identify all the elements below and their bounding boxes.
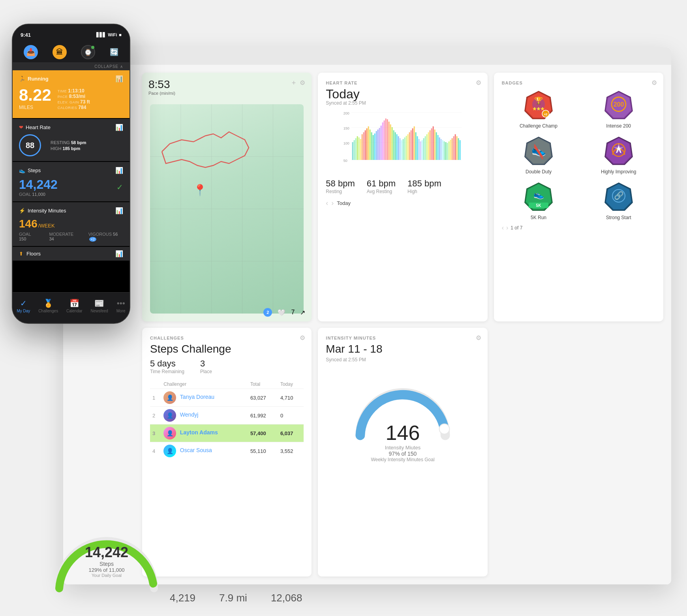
nav-more[interactable]: ••• More xyxy=(116,299,126,313)
like-count: 7 xyxy=(291,309,295,316)
add-panel-button[interactable]: + xyxy=(292,79,296,87)
svg-rect-18 xyxy=(357,136,358,160)
intensity-chart-icon: 📊 xyxy=(115,207,123,214)
double-duty-icon: 👟 xyxy=(523,135,554,167)
map-pin: 📍 xyxy=(193,184,207,197)
svg-rect-41 xyxy=(393,130,394,160)
collapse-bar[interactable]: COLLAPSE ∧ xyxy=(13,63,130,70)
total-cell: 61,992 xyxy=(248,407,278,424)
intensity-settings-button[interactable]: ⚙ xyxy=(476,334,481,342)
steps-circle-overlay: 14,242 Steps 129% of 11,000 Your Daily G… xyxy=(51,517,162,596)
intensity-label: INTENSITY MINUTES xyxy=(326,336,479,340)
intensity-widget: ⚡ Intensity Minutes 📊 146 /WEEK GOAL 150… xyxy=(13,202,130,246)
hr-settings-button[interactable]: ⚙ xyxy=(476,79,481,86)
challenge-table: Challenger Total Today 1 👤 Tanya Doreau … xyxy=(150,380,304,460)
hr-resting-value: 58 bpm xyxy=(326,178,355,189)
heart-rate-panel: HEART RATE ⚙ Today Synced at 2:55 PM 200… xyxy=(318,73,487,321)
table-row: 2 👤 Wendyj 61,992 0 xyxy=(150,407,304,424)
badge-highly-improving-label: Highly Improving xyxy=(601,169,636,175)
svg-rect-45 xyxy=(400,138,401,160)
nav-my-day[interactable]: ✓ My Day xyxy=(17,299,30,313)
hr-details: RESTING 58 bpm HIGH 185 bpm xyxy=(51,139,86,152)
badges-label: BADGES xyxy=(502,81,655,85)
share-icon[interactable]: ↗ xyxy=(300,309,305,316)
phone-status-icons: ▋▋▋ WiFi ■ xyxy=(96,32,122,38)
badge-5k-run: 👟 5K 5K Run xyxy=(502,181,576,220)
hr-high: 185 bpm High xyxy=(407,178,441,194)
signal-icon: ▋▋▋ xyxy=(96,32,106,38)
badges-next-button[interactable]: › xyxy=(506,224,508,231)
badges-prev-button[interactable]: ‹ xyxy=(502,224,504,231)
intensity-panel: INTENSITY MINUTES ⚙ Mar 11 - 18 Synced a… xyxy=(318,328,487,577)
svg-rect-69 xyxy=(437,135,439,160)
phone-nav-bar: 📥 🏛 ⌚ 🔄 xyxy=(13,42,130,63)
steps-circle-daily: Your Daily Goal xyxy=(85,573,128,578)
running-icon: 🏃 xyxy=(19,76,25,82)
bottom-num-2: 7.9 mi xyxy=(219,592,247,604)
map-settings-button[interactable]: ⚙ xyxy=(300,79,305,86)
hr-stats: 58 bpm Resting 61 bpm Avg Resting 185 bp… xyxy=(326,178,479,194)
hr-prev-button[interactable]: ‹ xyxy=(326,199,328,207)
steps-value: 14,242 xyxy=(19,177,58,192)
collapse-icon: ∧ xyxy=(120,64,123,69)
total-header: Total xyxy=(248,380,278,389)
badges-settings-button[interactable]: ⚙ xyxy=(651,79,657,86)
nav-challenges[interactable]: 🏅 Challenges xyxy=(38,299,58,313)
hr-high-label: High xyxy=(407,189,441,194)
svg-rect-71 xyxy=(441,139,442,160)
svg-rect-81 xyxy=(456,136,458,160)
profile-icon[interactable]: 🏛 xyxy=(53,45,67,59)
hr-nav: ‹ › Today xyxy=(326,199,479,207)
intensity-moderate: 34 xyxy=(49,237,54,241)
svg-rect-54 xyxy=(414,126,415,160)
svg-rect-57 xyxy=(419,139,420,160)
svg-rect-52 xyxy=(411,130,412,160)
svg-rect-38 xyxy=(389,122,390,160)
svg-rect-29 xyxy=(374,133,375,160)
like-icon[interactable]: 🤍 xyxy=(278,309,285,316)
inbox-icon[interactable]: 📥 xyxy=(24,45,38,59)
badges-page: 1 of 7 xyxy=(511,225,522,231)
badge-challenge-champ-label: Challenge Champ xyxy=(520,123,557,129)
intensity-value: 146 xyxy=(371,421,434,445)
rank-cell: 1 xyxy=(150,389,161,407)
svg-rect-55 xyxy=(415,132,417,160)
svg-rect-17 xyxy=(355,138,357,160)
challenges-nav-label: Challenges xyxy=(38,309,58,313)
challenge-title: Steps Challenge xyxy=(150,343,304,355)
more-icon: ••• xyxy=(117,299,125,308)
svg-text:150: 150 xyxy=(344,126,349,130)
challenges-settings-button[interactable]: ⚙ xyxy=(300,334,305,342)
svg-rect-36 xyxy=(385,118,387,160)
watch-icon[interactable]: ⌚ xyxy=(81,45,95,59)
svg-rect-74 xyxy=(445,142,447,160)
battery-icon: ■ xyxy=(119,32,122,37)
badge-challenge-champ: 🏆 ⭐⭐⭐ ×2 Challenge Champ xyxy=(502,89,576,129)
nav-newsfeed[interactable]: 📰 Newsfeed xyxy=(90,299,108,313)
sync-icon[interactable]: 🔄 xyxy=(110,48,118,56)
badge-double-duty: 👟 Double Duty xyxy=(502,135,576,175)
badges-nav: ‹ › 1 of 7 xyxy=(502,224,655,231)
hr-panel-label: HEART RATE xyxy=(326,81,479,85)
hr-avg-label: Avg Resting xyxy=(367,189,396,194)
badge-intense-200-label: Intense 200 xyxy=(606,123,631,129)
hr-avg-value: 61 bpm xyxy=(367,178,396,189)
more-label: More xyxy=(116,309,126,313)
svg-text:×2: ×2 xyxy=(544,113,548,116)
badge-strong-start-label: Strong Start xyxy=(606,215,631,220)
badge-5k-run-label: 5K Run xyxy=(531,215,546,220)
svg-rect-56 xyxy=(417,136,418,160)
nav-calendar[interactable]: 📅 Calendar xyxy=(66,299,83,313)
svg-rect-83 xyxy=(460,140,461,160)
svg-rect-70 xyxy=(439,137,440,160)
intensity-date: Mar 11 - 18 xyxy=(326,343,479,355)
svg-rect-28 xyxy=(373,135,374,160)
floors-chart-icon: 📊 xyxy=(115,250,123,257)
svg-rect-25 xyxy=(368,126,369,160)
phone: 9:41 ▋▋▋ WiFi ■ 📥 🏛 ⌚ 🔄 COLLAPSE ∧ 🏃 R xyxy=(12,24,130,324)
bottom-num-1: 4,219 xyxy=(170,592,195,604)
intense-200-icon: 200 xyxy=(603,89,634,121)
pace-label: Pace (min/mi) xyxy=(148,91,175,96)
hr-next-button[interactable]: › xyxy=(331,199,334,207)
my-day-label: My Day xyxy=(17,309,30,313)
